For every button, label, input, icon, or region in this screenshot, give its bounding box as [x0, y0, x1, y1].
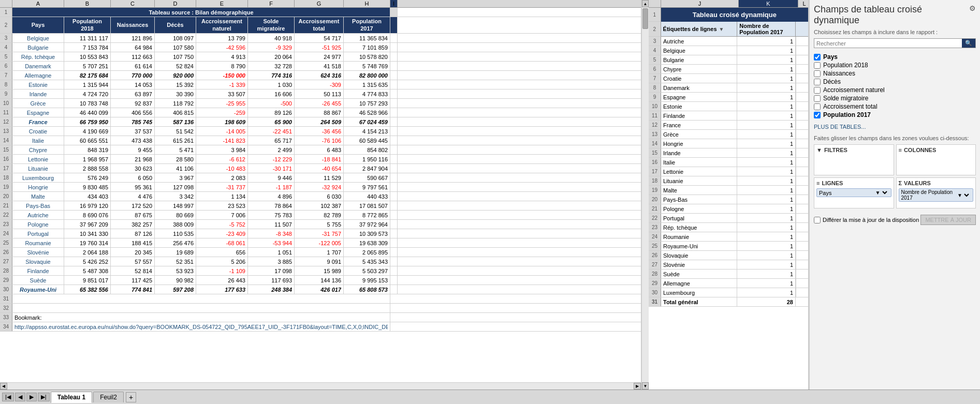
first-tab-btn[interactable]: |◀	[2, 393, 14, 401]
cell: Malte	[12, 192, 64, 201]
col-header-F[interactable]: F	[248, 0, 295, 7]
cell: 26 443	[196, 276, 248, 285]
update-button[interactable]: METTRE À JOUR	[920, 215, 976, 225]
columns-zone[interactable]: ≡ COLONNES	[896, 144, 976, 175]
cell: 50 113	[295, 89, 344, 98]
field-item[interactable]: Naissances	[814, 70, 976, 77]
row-number: 20	[649, 195, 661, 204]
col-header-I: I	[390, 0, 398, 7]
pivot-title-rownum: 1	[649, 8, 661, 22]
cell: 20 345	[111, 248, 155, 257]
col-header-H[interactable]: H	[344, 0, 390, 7]
last-tab-btn[interactable]: ▶|	[38, 393, 50, 401]
add-tab-button[interactable]: +	[126, 392, 136, 402]
vscroll-thumb[interactable]	[642, 8, 648, 29]
cell: 46 528 966	[344, 108, 390, 117]
pivot-country-cell: Rép. tchèque	[661, 223, 737, 232]
row-number: 27	[0, 257, 12, 266]
horizontal-scrollbar[interactable]: ◀ ▶	[0, 382, 641, 390]
hscroll-track[interactable]	[7, 383, 634, 390]
values-zone[interactable]: Σ VALEURS Nombre de Population 2017 ▼	[896, 177, 976, 208]
pivot-row-num-header	[649, 0, 661, 7]
cell: -42 596	[196, 43, 248, 52]
row-number: 2	[0, 17, 12, 33]
field-item[interactable]: Accroissement naturel	[814, 86, 976, 94]
field-checkbox[interactable]	[814, 62, 821, 69]
filter-icon[interactable]: ▼	[719, 26, 724, 32]
col-header-C[interactable]: C	[111, 0, 155, 7]
values-field-select[interactable]: ▼	[955, 192, 971, 199]
defer-checkbox-input[interactable]	[814, 217, 821, 223]
col-header-G[interactable]: G	[295, 0, 344, 7]
cell: 15 989	[295, 266, 344, 275]
cell: 7 153 784	[64, 43, 111, 52]
gear-icon[interactable]: ⚙	[969, 4, 976, 12]
vscroll-up-btn[interactable]: ▲	[642, 0, 649, 7]
hscroll-right-btn[interactable]: ▶	[634, 383, 641, 390]
rows-zone[interactable]: ≡ LIGNES Pays ▼	[814, 177, 894, 208]
defer-checkbox[interactable]: Différer la mise à jour de la dispositio…	[814, 217, 919, 223]
vertical-scrollbar[interactable]: ▲ ▼	[641, 0, 649, 390]
next-tab-btn[interactable]: ▶	[26, 393, 37, 401]
field-item[interactable]: Accroissement total	[814, 103, 976, 110]
rows-field-select[interactable]: ▼	[873, 189, 889, 196]
spreadsheet-title: Tableau source : Bilan démographique	[12, 8, 390, 17]
list-item: 21Pologne1	[649, 204, 808, 214]
field-checkbox[interactable]	[814, 70, 821, 77]
list-item: 28Suède1	[649, 270, 808, 279]
col-header-E[interactable]: E	[196, 0, 248, 7]
cell: Slovaquie	[12, 257, 64, 266]
cell: 10 309 573	[344, 229, 390, 238]
col-header-D[interactable]: D	[155, 0, 196, 7]
filters-zone[interactable]: ▼ FILTRES	[814, 144, 894, 175]
pivot-country-cell: Italie	[661, 158, 737, 167]
search-button[interactable]: 🔍	[962, 39, 975, 48]
pivot-col-h1[interactable]: Étiquettes de lignes ▼	[661, 22, 738, 37]
row-number: 10	[649, 102, 661, 111]
tab-feuil2[interactable]: Feuil2	[93, 392, 124, 402]
vscroll-track[interactable]	[642, 7, 649, 382]
col-header-B[interactable]: B	[64, 0, 111, 7]
row-number: 15	[0, 145, 12, 154]
cell: 426 017	[295, 285, 344, 294]
cell: 6 483	[295, 145, 344, 154]
cell: -32 924	[295, 183, 344, 191]
cell: 9 851 017	[64, 276, 111, 285]
pivot-country-cell: Chypre	[661, 65, 737, 73]
field-checkbox[interactable]	[814, 95, 821, 102]
field-item[interactable]: Solde migratoire	[814, 95, 976, 102]
cell: -51 925	[295, 43, 344, 52]
cell: 4 913	[196, 52, 248, 61]
row-number: 23	[649, 223, 661, 232]
col-header-A[interactable]: A	[12, 0, 64, 7]
row-number: 21	[649, 204, 661, 213]
table-row: 2 Pays Population 2018 Naissances Décès …	[0, 17, 641, 34]
vscroll-down-btn[interactable]: ▼	[642, 382, 649, 390]
table-row: 12France66 759 950785 745587 136198 6096…	[0, 117, 641, 127]
hscroll-left-btn[interactable]: ◀	[0, 383, 7, 390]
field-checkbox[interactable]	[814, 54, 821, 61]
field-item[interactable]: Population 2018	[814, 62, 976, 69]
prev-tab-btn[interactable]: ◀	[15, 393, 25, 401]
pivot-col-K[interactable]: K	[739, 0, 798, 7]
cell: Estonie	[12, 80, 64, 89]
rows-field-tag[interactable]: Pays ▼	[816, 188, 891, 197]
tab-tableau1[interactable]: Tableau 1	[51, 392, 92, 403]
field-checkbox[interactable]	[814, 79, 821, 85]
values-field-tag[interactable]: Nombre de Population 2017 ▼	[899, 188, 974, 202]
field-item[interactable]: Décès	[814, 78, 976, 85]
row-number: 30	[649, 288, 661, 297]
rows-zone-icon: ≡	[816, 180, 820, 186]
cell: 13 799	[196, 34, 248, 42]
field-item[interactable]: Population 2017	[814, 111, 976, 118]
field-checkbox[interactable]	[814, 112, 821, 118]
cell: 177 633	[196, 285, 248, 294]
more-tables-link[interactable]: PLUS DE TABLES...	[814, 124, 976, 130]
field-checkbox[interactable]	[814, 103, 821, 110]
search-input[interactable]	[814, 39, 962, 48]
field-checkbox[interactable]	[814, 87, 821, 94]
pivot-col-J[interactable]: J	[661, 0, 739, 7]
field-item[interactable]: Pays	[814, 53, 976, 61]
row-number: 20	[0, 192, 12, 201]
cell: 7 006	[196, 211, 248, 219]
